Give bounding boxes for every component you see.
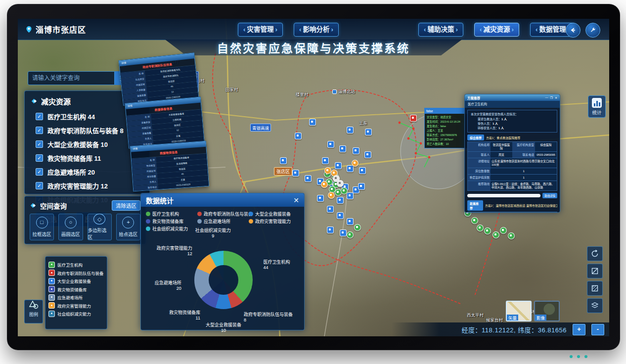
plan-tab[interactable]: 综合推荐	[467, 135, 484, 140]
spatial-tool-拾点选区[interactable]: +拾点选区	[116, 214, 140, 240]
window-controls: —❐✕	[545, 96, 557, 99]
system-title: 自然灾害应急保障与决策支撑系统	[217, 39, 410, 56]
basemap-imagery[interactable]: 影像	[534, 301, 560, 321]
spatial-tool-多边形选区[interactable]: ◇多边形选区	[88, 214, 112, 240]
resource-item[interactable]: ✓应急避难场所 20	[25, 165, 149, 179]
donut-label: 大型企业救援装备10	[206, 322, 241, 333]
spatial-tool-label: 拾点选区	[119, 230, 137, 237]
checkbox-checked[interactable]: ✓	[36, 154, 43, 162]
window-control[interactable]: —	[545, 96, 548, 99]
legend-item: 政府专职消防队伍与装备	[48, 269, 104, 277]
summary-line: 转移安置人员：1 人	[471, 126, 554, 131]
resource-label: 医疗卫生机构 44	[47, 112, 95, 121]
spatial-query-panel: 空间查询 清除选区 □拉框选区○画圆选区◇多边形选区+拾点选区	[24, 196, 146, 244]
nav-影响分析[interactable]: 影响分析	[294, 23, 339, 37]
chart-legend-item[interactable]: 医疗卫生机构	[146, 210, 197, 218]
chart-legend-item[interactable]: 社会组织减灾能力	[146, 225, 197, 232]
legend-marker-icon	[48, 311, 55, 317]
summary-line: 受伤人员：1 人	[471, 122, 554, 126]
spatial-tool-拉框选区[interactable]: □拉框选区	[30, 214, 54, 240]
vector-label: 矢量	[507, 315, 518, 320]
chart-legend-item[interactable]: 政府专职消防队伍与装备	[197, 210, 249, 218]
spatial-tool-画圆选区[interactable]: ○画圆选区	[58, 214, 83, 240]
system-title-banner: 自然灾害应急保障与决策支撑系统	[165, 40, 462, 55]
layers-button[interactable]	[587, 298, 603, 313]
route-progress-bar[interactable]	[467, 194, 540, 197]
route-detail-button[interactable]: 路线详情	[542, 193, 557, 198]
nav-label: 减灾资源	[484, 26, 510, 33]
zoom-out-button[interactable]: -	[591, 324, 604, 335]
close-icon[interactable]: ✕	[293, 196, 299, 204]
monitor-power-leds	[570, 355, 587, 358]
casualty-summary: 本次灾害需救援安置伤病人员情况： 需紧急救治人员：1 人受伤人员：1 人转移安置…	[467, 110, 557, 133]
plan-recommendation-window: 方案推荐 —❐✕ 医疗卫生机构 本次灾害需救援安置伤病人员情况： 需紧急救治人员…	[464, 94, 560, 213]
legend-label: 应急避难场所	[57, 294, 83, 300]
chart-legend-item[interactable]: 救灾物资储备库	[146, 218, 197, 225]
donut-label: 医疗卫生机构44	[264, 260, 290, 271]
nav-灾害管理[interactable]: 灾害管理	[238, 23, 283, 37]
checkbox-checked[interactable]: ✓	[36, 140, 43, 148]
spatial-panel-title: 空间查询	[40, 201, 67, 211]
summary-line: 需紧急救治人员：1 人	[471, 117, 554, 122]
settings-button[interactable]	[585, 23, 600, 38]
village-label: 候家台村	[486, 317, 503, 322]
checkbox-checked[interactable]: ✓	[36, 168, 43, 176]
plan-table-row: 联系人周某联系电话0533-2983095	[468, 152, 557, 158]
feature-detail-card[interactable]: 详情救援物资信息名 称救灾物资储备库物资类型生活保障类所属区域张店区库存数量45…	[130, 141, 209, 192]
checkbox-checked[interactable]: ✓	[36, 127, 43, 134]
chart-legend-dot	[249, 212, 253, 216]
district-label: 张店区	[274, 167, 292, 176]
village-label: 田家村	[225, 86, 238, 92]
plan-table-row: 推荐路线全程5.09公里｜途经：金乔路、马南路、西六路、中润大道、西山路、青年路…	[468, 181, 557, 190]
area-fill-button[interactable]	[587, 281, 603, 296]
plan-tab-row: 综合推荐方案1：重点救治医院推荐	[467, 135, 557, 140]
nav-辅助决策[interactable]: 辅助决策	[418, 23, 463, 37]
box-hatch-icon	[591, 284, 599, 292]
chart-legend-item[interactable]: 政府灾害管理能力	[249, 218, 300, 225]
popup-field: 影响范围：27.367km²	[427, 137, 466, 142]
window-control[interactable]: ❐	[550, 96, 553, 99]
disaster-popup[interactable]: false 灾害类型：地质灾害发生时间：2023-6-13 16:24发生地点：…	[424, 108, 469, 148]
window-control[interactable]: ✕	[555, 96, 557, 99]
top-navigation-bar: 淄博市张店区 灾害管理影响分析 辅助决策减灾资源数据管理	[18, 19, 609, 40]
search-input[interactable]	[28, 71, 115, 85]
feature-detail-card[interactable]: 详情救援装备信息名 称大型救援装备库装备类型工程机械所属区域张店区装备数量12负…	[125, 96, 204, 148]
checkbox-checked[interactable]: ✓	[36, 182, 43, 189]
legend-marker-icon	[48, 270, 55, 276]
chart-legend-item[interactable]: 应急避难场所	[197, 218, 249, 225]
monitor-frame: 小位村大由村田家村楼里村王东东茂峪村西太平村候家台村西郑村青银高速滨莱高速张店区…	[7, 4, 620, 350]
map-status-bar: 经度：118.12122, 纬度：36.81656 + -	[392, 322, 609, 336]
chart-legend-item[interactable]: 大型企业救援装备	[249, 210, 300, 218]
dashboard-screen: 小位村大由村田家村楼里村王东东茂峪村西太平村候家台村西郑村青银高速滨莱高速张店区…	[18, 19, 609, 336]
back-button[interactable]	[566, 23, 581, 38]
chart-legend-dot	[146, 219, 150, 224]
legend-toggle-button[interactable]: 图例	[24, 300, 43, 323]
statistics-title: 数据统计	[146, 195, 174, 205]
zoom-in-button[interactable]: +	[573, 324, 585, 335]
legend-label: 政府专职消防队伍与装备	[57, 270, 104, 276]
donut-hole	[209, 265, 238, 295]
resource-label: 政府专职消防队伍与装备 8	[47, 126, 124, 135]
resource-label: 应急避难场所 20	[47, 167, 95, 177]
basemap-vector[interactable]: 矢量	[506, 301, 532, 321]
village-label: 楼里村	[296, 91, 309, 97]
popup-field: 联系方式：15679990976	[427, 133, 466, 137]
plan-sections: 综合推荐方案1：重点救治医院推荐机构名称张店区中医医院医疗机构类型综合医院联系人…	[465, 135, 560, 213]
statistics-toggle-button[interactable]: 统计	[588, 95, 606, 118]
popup-field: 发生地点：false	[427, 124, 466, 129]
nav-减灾资源[interactable]: 减灾资源	[474, 23, 519, 37]
plan-title: 方案1：重点救治医院推荐	[486, 136, 520, 140]
clear-draw-button[interactable]	[587, 264, 603, 278]
window-title: 方案推荐	[467, 95, 480, 100]
reset-view-button[interactable]	[587, 246, 603, 261]
spatial-tool-label: 多边形选区	[88, 227, 111, 240]
region-selector[interactable]: 淄博市张店区	[26, 23, 86, 35]
spatial-tool-icon: ○	[65, 217, 77, 228]
chart-legend-label: 政府专职消防队伍与装备	[204, 211, 253, 217]
chart-legend-label: 救灾物资储备库	[152, 218, 183, 225]
plan-tab[interactable]: 距离推荐	[467, 200, 483, 211]
checkbox-checked[interactable]: ✓	[36, 113, 43, 120]
window-titlebar[interactable]: 方案推荐 —❐✕	[465, 94, 560, 101]
clear-selection-button[interactable]: 清除选区	[112, 200, 140, 211]
resource-item[interactable]: ✓政府灾害管理能力 12	[25, 179, 149, 192]
